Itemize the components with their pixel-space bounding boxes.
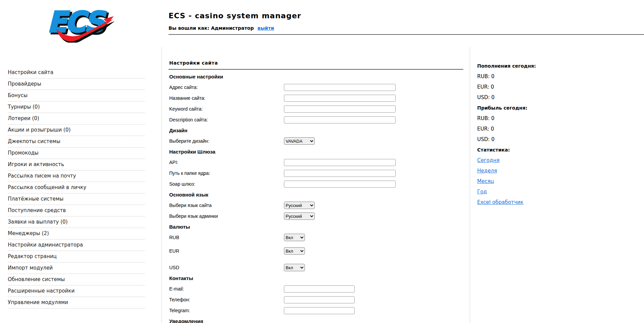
eur-label: EUR xyxy=(169,248,284,254)
deposits-today-title: Пополнения сегодня: xyxy=(477,63,644,69)
login-status-text: Вы вошли как: Администратор xyxy=(169,25,254,31)
logo-link[interactable]: ECS ECS xyxy=(47,5,114,43)
stats-link-today[interactable]: Сегодня xyxy=(477,157,499,163)
sidebar-item-page-editor[interactable]: Редактор страниц xyxy=(8,251,145,262)
sidebar-item-bonuses[interactable]: Бонусы xyxy=(8,90,145,101)
form-row-telegram: Telegram: xyxy=(169,307,470,314)
sidebar-item-players-activity[interactable]: Игроки и активность xyxy=(8,159,145,170)
sidebar-item-site-settings[interactable]: Настройки сайта xyxy=(8,67,145,78)
email-input[interactable] xyxy=(284,285,355,293)
design-select[interactable]: VAVADA xyxy=(284,137,315,145)
sidebar-item-module-management[interactable]: Управление модулями xyxy=(8,297,145,308)
sidebar-item-module-import[interactable]: Импорт модулей xyxy=(8,262,145,274)
site-lang-label: Выбери язык сайта xyxy=(169,203,284,208)
stats-link-year[interactable]: Год xyxy=(477,189,487,195)
eur-select[interactable]: Вкл xyxy=(284,247,305,255)
site-name-input[interactable] xyxy=(284,95,396,102)
sidebar-item-lotteries[interactable]: Лотереи (0) xyxy=(8,113,145,124)
login-line: Вы вошли как: Администратор выйти xyxy=(169,25,644,31)
form-row-eur: EUR Вкл xyxy=(169,247,470,255)
header-divider xyxy=(169,34,644,35)
sidebar-item-system-update[interactable]: Обновление системы xyxy=(8,274,145,285)
form-row-site-keyword: Keyword сайта: xyxy=(169,105,470,113)
content-title: Настройки сайта xyxy=(169,60,470,66)
form-row-soap: Soap шлюз: xyxy=(169,180,470,188)
rub-select[interactable]: Вкл xyxy=(284,234,305,241)
content-title-divider xyxy=(169,69,463,70)
form-row-site-lang: Выбери язык сайта Русский xyxy=(169,202,470,209)
form-row-site-description: Description сайта: xyxy=(169,116,470,123)
usd-label: USD xyxy=(169,265,284,270)
site-keyword-label: Keyword сайта: xyxy=(169,106,284,112)
stats-link-excel-handler[interactable]: Excel обработчик xyxy=(477,199,523,205)
form-row-core-path: Путь к папке ядра: xyxy=(169,169,470,177)
rub-label: RUB xyxy=(169,235,284,240)
site-address-label: Адрес сайта: xyxy=(169,85,284,90)
form-row-design: Выберите дизайн: VAVADA xyxy=(169,137,470,145)
sidebar-nav: Настройки сайта Провайдеры Бонусы Турнир… xyxy=(0,47,162,323)
form-row-api: API: xyxy=(169,159,470,166)
app-title: ECS - casino system manager xyxy=(169,11,644,21)
stats-link-week[interactable]: Неделя xyxy=(477,168,497,174)
sidebar-item-admin-settings[interactable]: Настройки администратора xyxy=(8,239,145,251)
main-content: Настройки сайта Основные настройки Адрес… xyxy=(162,47,470,323)
section-language: Основной язык xyxy=(169,192,470,198)
sidebar-item-promotions[interactable]: Акции и розыгрыши (0) xyxy=(8,124,145,136)
form-row-site-name: Название сайта: xyxy=(169,94,470,102)
phone-label: Телефон: xyxy=(169,297,284,302)
profit-eur-value: EUR: 0 xyxy=(477,126,644,132)
section-contacts: Контакты xyxy=(169,275,470,281)
page: ECS ECS ECS - casino system manager Вы в… xyxy=(0,0,644,323)
core-path-input[interactable] xyxy=(284,170,396,177)
form-row-admin-lang: Выбери язык админки Русский xyxy=(169,212,470,220)
profit-today-title: Прибыль сегодня: xyxy=(477,105,644,111)
sidebar-item-tournaments[interactable]: Турниры (0) xyxy=(8,101,145,113)
site-address-input[interactable] xyxy=(284,84,396,91)
site-keyword-input[interactable] xyxy=(284,106,396,113)
usd-select[interactable]: Вкл xyxy=(284,264,305,271)
sidebar-item-payout-requests[interactable]: Заявки на выплату (0) xyxy=(8,216,145,228)
site-description-input[interactable] xyxy=(284,116,396,123)
deposits-usd-value: USD: 0 xyxy=(477,95,644,100)
profit-usd-value: USD: 0 xyxy=(477,137,644,142)
phone-input[interactable] xyxy=(284,296,355,303)
stats-panel: Пополнения сегодня: RUB: 0 EUR: 0 USD: 0… xyxy=(470,47,644,323)
section-design: Дизайн xyxy=(169,128,470,133)
core-path-label: Путь к папке ядра: xyxy=(169,170,284,176)
sidebar-item-advanced-settings[interactable]: Расширенные настройки xyxy=(8,285,145,297)
section-notifications: Уведомления xyxy=(169,318,470,323)
header: ECS ECS ECS - casino system manager Вы в… xyxy=(0,0,644,47)
stats-link-month[interactable]: Месяц xyxy=(477,178,494,184)
form-row-usd: USD Вкл xyxy=(169,264,470,271)
sidebar-item-providers[interactable]: Провайдеры xyxy=(8,78,145,90)
sidebar-item-incoming-funds[interactable]: Поступление средств xyxy=(8,205,145,216)
deposits-rub-value: RUB: 0 xyxy=(477,74,644,79)
site-description-label: Description сайта: xyxy=(169,117,284,122)
sidebar-menu: Настройки сайта Провайдеры Бонусы Турнир… xyxy=(8,67,145,308)
api-label: API: xyxy=(169,160,284,165)
api-input[interactable] xyxy=(284,159,396,166)
soap-input[interactable] xyxy=(284,181,396,188)
admin-lang-label: Выбери язык админки xyxy=(169,213,284,219)
design-label: Выберите дизайн: xyxy=(169,138,284,144)
sidebar-item-promocodes[interactable]: Промокоды xyxy=(8,147,145,159)
section-currencies: Валюты xyxy=(169,224,470,230)
sidebar-item-email-mailing[interactable]: Рассылка писем на почту xyxy=(8,170,145,182)
sidebar-item-managers[interactable]: Менеджеры (2) xyxy=(8,228,145,239)
deposits-eur-value: EUR: 0 xyxy=(477,84,644,90)
content-columns: Настройки сайта Провайдеры Бонусы Турнир… xyxy=(0,47,644,323)
site-lang-select[interactable]: Русский xyxy=(284,202,315,209)
sidebar-item-payment-systems[interactable]: Платёжные системы xyxy=(8,193,145,205)
sidebar-item-pm-mailing[interactable]: Рассылка сообщений в личку xyxy=(8,182,145,193)
svg-text:ECS: ECS xyxy=(47,5,106,39)
telegram-label: Telegram: xyxy=(169,308,284,313)
section-gateway: Настройки Шлюза xyxy=(169,149,470,155)
header-text-block: ECS - casino system manager Вы вошли как… xyxy=(169,11,644,35)
admin-lang-select[interactable]: Русский xyxy=(284,212,315,220)
soap-label: Soap шлюз: xyxy=(169,181,284,187)
logout-link[interactable]: выйти xyxy=(258,25,274,31)
email-label: E-mail: xyxy=(169,286,284,292)
telegram-input[interactable] xyxy=(284,307,355,314)
sidebar-item-jackpots[interactable]: Джекпоты системы xyxy=(8,136,145,147)
statistics-title: Статистика: xyxy=(477,147,644,153)
